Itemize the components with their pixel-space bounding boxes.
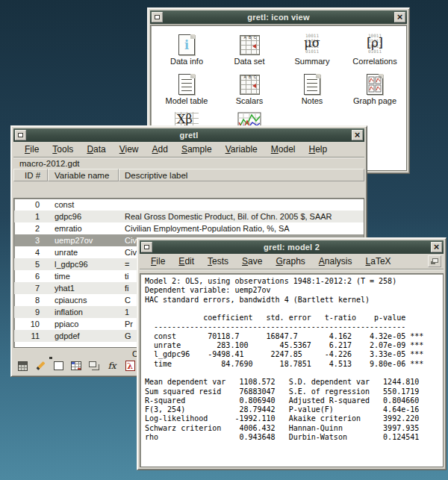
variable-id: 7 (14, 284, 49, 293)
menu-tests[interactable]: Tests (201, 255, 235, 268)
pencil-button[interactable] (34, 360, 47, 373)
session-icon-label: Correlations (352, 57, 396, 66)
model-menubar: FileEditTestsSaveGraphsAnalysisLaTeX (140, 254, 444, 269)
variable-name: l_gdpc96 (49, 260, 119, 269)
model-output-area[interactable]: Model 2: OLS, using observations 1948:1-… (140, 273, 444, 467)
window-menu-button[interactable] (15, 130, 26, 140)
session-icon-data-set[interactable]: A B CData set (218, 30, 281, 69)
summary-icon: 10011 01011 10011 01011μσ (301, 33, 323, 55)
variable-id: 4 (14, 248, 49, 257)
calculator-button[interactable] (16, 360, 29, 373)
pdf-button[interactable]: λ (123, 360, 137, 373)
variable-id: 11 (14, 331, 49, 340)
variable-name: yhat1 (49, 284, 119, 293)
main-toolbar: fxλ (16, 358, 137, 373)
model-title: gretl: model 2 (264, 243, 320, 252)
column-header-label[interactable]: Descriptive label (119, 169, 364, 181)
variable-id: 0 (14, 200, 49, 209)
variable-id: 5 (14, 260, 49, 269)
variable-label: Real Gross Domestic Product, Bil. of Chn… (119, 212, 364, 221)
variable-name: emratio (49, 224, 119, 233)
main-menubar: FileToolsDataViewAddSampleVariableModelH… (13, 142, 364, 158)
close-icon: × (434, 243, 440, 251)
variable-id: 3 (14, 236, 49, 245)
close-button[interactable]: × (394, 12, 405, 22)
variable-id: 1 (14, 212, 49, 221)
close-icon: × (397, 13, 403, 21)
menu-view[interactable]: View (113, 143, 146, 156)
variable-name: gdpdef (49, 331, 119, 340)
menu-tools[interactable]: Tools (46, 143, 80, 156)
variable-name: ppiaco (49, 320, 119, 328)
console-button[interactable] (52, 360, 65, 373)
variable-id: 2 (14, 224, 49, 233)
variable-name: const (49, 200, 119, 209)
close-button[interactable]: × (431, 242, 442, 252)
pencil-icon (36, 361, 45, 370)
main-title: gretl (180, 131, 199, 140)
window-menu-button[interactable] (141, 242, 152, 252)
main-titlebar[interactable]: gretl × (13, 128, 364, 142)
notes-icon (304, 74, 320, 95)
dataset-grid-icon (71, 361, 81, 370)
menu-sample[interactable]: Sample (175, 143, 219, 156)
window-menu-button[interactable] (152, 12, 163, 22)
model-window: gretl: model 2 × FileEditTestsSaveGraphs… (137, 237, 447, 470)
session-icon (89, 361, 96, 367)
session-icon-model-table[interactable]: Model table (155, 69, 218, 109)
dataset-grid-button[interactable] (69, 360, 83, 373)
session-icon-label: Scalars (236, 96, 264, 105)
session-icon-scalars[interactable]: A B CScalars (218, 69, 281, 109)
variable-id: 10 (14, 320, 49, 328)
dataset-name: macro-2012.gdt (19, 159, 80, 168)
menu-graphs[interactable]: Graphs (269, 255, 311, 268)
menu-model[interactable]: Model (264, 143, 302, 156)
session-icon-label: Data info (170, 57, 203, 66)
icon-view-titlebar[interactable]: gretl: icon view × (150, 10, 407, 24)
menu-variable[interactable]: Variable (219, 143, 264, 156)
menu-latex[interactable]: LaTeX (359, 255, 398, 268)
variable-row-gdpc96[interactable]: 1gdpc96Real Gross Domestic Product, Bil.… (14, 211, 364, 222)
session-icon-correlations[interactable]: 10011 01011 10011 01011[ρ]Correlations (343, 30, 406, 69)
variable-id: 9 (14, 308, 49, 317)
variable-name: uemp27ov (49, 236, 119, 245)
menu-file[interactable]: File (144, 255, 172, 268)
column-header-name[interactable]: Variable name (48, 169, 119, 181)
variable-id: 6 (14, 272, 49, 281)
session-icon-data-info[interactable]: iData info (155, 30, 218, 69)
variable-label: Civilian Employment-Population Ratio, %,… (119, 224, 364, 233)
model-titlebar[interactable]: gretl: model 2 × (140, 240, 444, 254)
calculator-icon (18, 361, 28, 371)
variable-name: inflation (49, 308, 119, 317)
session-icon-notes[interactable]: Notes (281, 69, 343, 109)
variable-row-const[interactable]: 0const (14, 199, 364, 211)
dataset-label-row: macro-2012.gdt (13, 158, 364, 169)
menu-data[interactable]: Data (80, 143, 112, 156)
session-icon-label: Summary (294, 57, 329, 66)
function-fx-button[interactable]: fx (105, 360, 119, 373)
close-button[interactable]: × (352, 130, 363, 140)
session-button[interactable] (87, 360, 101, 373)
session-icon-label: Notes (302, 96, 323, 105)
session-icon-label: Graph page (353, 96, 396, 105)
session-icon-label: Model table (166, 96, 208, 105)
menu-file[interactable]: File (18, 143, 46, 156)
detach-window-button[interactable] (428, 255, 441, 267)
detach-window-icon (432, 258, 438, 263)
spreadsheet-icon: A B C (240, 35, 260, 55)
menu-analysis[interactable]: Analysis (312, 255, 359, 268)
variable-row-emratio[interactable]: 2emratioCivilian Employment-Population R… (14, 222, 364, 234)
session-icon-summary[interactable]: 10011 01011 10011 01011μσSummary (281, 30, 343, 69)
window-menu-icon (155, 15, 160, 19)
session-icon-graph-page[interactable]: Graph page (343, 69, 406, 109)
column-header-id[interactable]: ID # (13, 169, 48, 181)
menu-save[interactable]: Save (235, 255, 269, 268)
function-fx-icon: fx (108, 361, 116, 371)
pdf-icon: λ (125, 361, 135, 371)
menu-edit[interactable]: Edit (172, 255, 201, 268)
menu-add[interactable]: Add (146, 143, 175, 156)
window-menu-icon (144, 245, 149, 249)
variable-name: time (49, 272, 119, 281)
menu-help[interactable]: Help (302, 143, 334, 156)
model-table-icon (178, 74, 195, 95)
